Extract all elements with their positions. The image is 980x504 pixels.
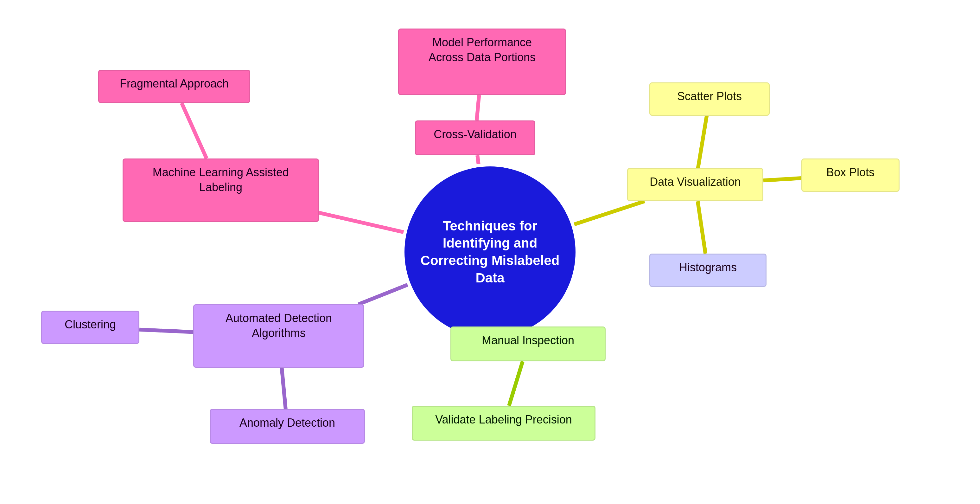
svg-line-5 [574,201,644,225]
model-performance-node: Model Performance Across Data Portions [398,29,566,95]
svg-line-3 [319,213,404,232]
cross-validation-node: Cross-Validation [415,120,535,155]
data-visualization-node: Data Visualization [627,168,764,201]
validate-labeling-node: Validate Labeling Precision [412,406,595,440]
svg-line-12 [282,368,285,409]
box-plots-node: Box Plots [801,158,900,192]
manual-inspection-node: Manual Inspection [450,327,606,361]
automated-detection-node: Automated Detection Algorithms [193,304,364,368]
center-node: Techniques for Identifying and Correctin… [404,166,576,338]
clustering-node: Clustering [41,311,139,344]
scatter-plots-node: Scatter Plots [649,83,770,116]
histograms-node: Histograms [649,254,767,287]
svg-line-6 [764,178,801,180]
center-label: Techniques for Identifying and Correctin… [404,208,576,296]
svg-line-9 [509,361,523,406]
anomaly-detection-node: Anomaly Detection [210,409,365,444]
ml-labeling-node: Machine Learning Assisted Labeling [123,158,319,222]
fragmental-approach-node: Fragmental Approach [98,70,250,103]
svg-line-4 [698,116,707,168]
svg-line-0 [477,95,479,120]
svg-line-1 [477,155,479,164]
svg-line-2 [182,103,207,158]
svg-line-10 [358,285,408,304]
svg-line-11 [139,330,193,332]
svg-line-7 [698,201,705,254]
